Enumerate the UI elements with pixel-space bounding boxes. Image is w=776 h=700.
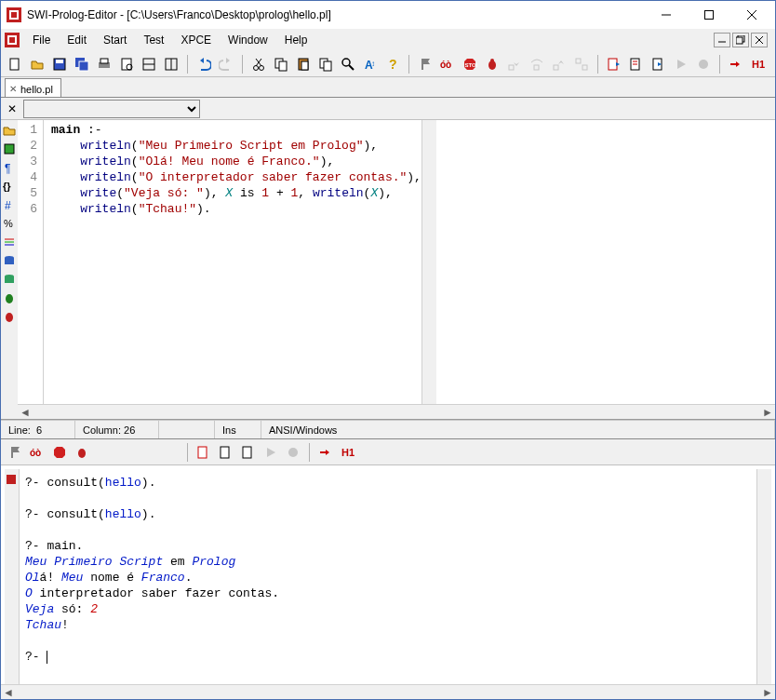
step-out-icon[interactable] [549, 54, 569, 74]
console-horizontal-scrollbar[interactable]: ◄ ► [1, 684, 775, 699]
menu-test[interactable]: Test [136, 31, 171, 49]
tab-hello[interactable]: ✕ hello.pl [5, 78, 61, 97]
h1-icon[interactable]: H1 [338, 442, 358, 463]
scroll-left-icon[interactable]: ◄ [18, 405, 33, 419]
folder-icon[interactable] [3, 124, 16, 137]
step-over-icon[interactable] [527, 54, 547, 74]
save-icon[interactable] [49, 54, 70, 74]
tab-close-icon[interactable]: ✕ [9, 84, 17, 94]
svg-line-39 [349, 65, 354, 70]
braces-icon[interactable]: {} [3, 180, 16, 193]
menu-help[interactable]: Help [277, 31, 315, 49]
minimize-button[interactable] [645, 1, 688, 29]
pilcrow-icon[interactable]: ¶ [3, 161, 16, 174]
svg-text:óò: óò [440, 60, 451, 70]
bug-green-icon[interactable] [3, 291, 16, 304]
help-icon[interactable]: ? [382, 54, 403, 74]
book-icon[interactable] [3, 142, 16, 155]
close-button[interactable] [730, 1, 773, 29]
save-all-icon[interactable] [72, 54, 92, 74]
flag-icon[interactable] [5, 442, 25, 463]
cursor [47, 651, 47, 664]
percent-icon[interactable]: % [3, 217, 16, 230]
to-h-icon[interactable] [315, 442, 336, 463]
find-icon[interactable] [338, 54, 358, 74]
separator-icon [242, 55, 243, 74]
run-to-cursor-icon[interactable] [571, 54, 592, 74]
run-to-cursor-icon[interactable] [161, 442, 181, 463]
menu-start[interactable]: Start [96, 31, 134, 49]
horizontal-scrollbar[interactable]: ◄ ► [18, 404, 775, 419]
svg-point-38 [342, 59, 350, 66]
goto-definition-icon[interactable] [604, 54, 624, 74]
split-horizontal-icon[interactable] [139, 54, 159, 74]
scroll-right-icon[interactable]: ► [760, 685, 775, 699]
svg-rect-17 [56, 60, 63, 63]
step-into-icon[interactable] [504, 54, 525, 74]
mdi-close-button[interactable] [751, 33, 768, 47]
scroll-right-icon[interactable]: ► [760, 405, 775, 419]
menu-edit[interactable]: Edit [60, 31, 94, 49]
trace-icon[interactable]: óò [437, 54, 458, 74]
vertical-scrollbar[interactable] [421, 120, 436, 404]
menu-window[interactable]: Window [221, 31, 275, 49]
menu-xpce[interactable]: XPCE [173, 31, 219, 49]
run-icon[interactable] [261, 442, 281, 463]
code-body[interactable]: 123456 main :- writeln("Meu Primeiro Scr… [18, 120, 775, 404]
code-text[interactable]: main :- writeln("Meu Primeiro Script em … [44, 120, 421, 404]
duplicate-icon[interactable] [315, 54, 336, 74]
svg-rect-37 [324, 61, 331, 71]
new-file-icon[interactable] [5, 54, 25, 74]
to-h-icon[interactable] [726, 54, 746, 74]
bug-icon[interactable] [482, 54, 502, 74]
step-over-icon[interactable] [116, 442, 137, 463]
goto-bookmark-icon[interactable] [649, 54, 669, 74]
goto-definition-icon[interactable] [194, 442, 214, 463]
maximize-button[interactable] [688, 1, 730, 29]
goto-line-icon[interactable] [216, 442, 236, 463]
step-out-icon[interactable] [139, 442, 159, 463]
lines-icon[interactable] [3, 236, 16, 249]
print-icon[interactable] [94, 54, 114, 74]
open-file-icon[interactable] [27, 54, 47, 74]
redo-icon[interactable] [216, 54, 236, 74]
step-into-icon[interactable] [94, 442, 114, 463]
svg-rect-69 [5, 258, 14, 264]
scroll-left-icon[interactable]: ◄ [1, 685, 16, 699]
console-vertical-scrollbar[interactable] [756, 469, 771, 684]
app-icon-small [5, 33, 20, 47]
record-icon[interactable] [693, 54, 714, 74]
flag-icon[interactable] [415, 54, 435, 74]
svg-rect-9 [9, 37, 15, 43]
symbol-dropdown[interactable] [23, 100, 200, 118]
console-text[interactable]: ?- consult(hello). ?- consult(hello). ?-… [20, 469, 756, 684]
hash-icon[interactable]: # [3, 198, 16, 211]
trace-icon[interactable]: óò [27, 442, 47, 463]
stop-icon[interactable] [49, 442, 70, 463]
font-icon[interactable]: A↕ [360, 54, 381, 74]
stop-icon[interactable]: STOP [460, 54, 480, 74]
copy-icon[interactable] [271, 54, 291, 74]
paste-icon[interactable] [293, 54, 314, 74]
console-gutter-icon[interactable] [5, 473, 19, 486]
close-panel-icon[interactable]: ✕ [5, 102, 20, 115]
record-icon[interactable] [283, 442, 303, 463]
svg-point-59 [699, 60, 708, 69]
undo-icon[interactable] [194, 54, 214, 74]
cut-icon[interactable] [248, 54, 269, 74]
db-blue-icon[interactable] [3, 254, 16, 267]
bug-red-icon[interactable] [3, 310, 16, 323]
goto-line-icon[interactable] [626, 54, 647, 74]
mdi-minimize-button[interactable] [714, 33, 730, 47]
goto-bookmark-icon[interactable] [238, 442, 259, 463]
menu-file[interactable]: File [25, 31, 58, 49]
titlebar: SWI-Prolog-Editor - [C:\Users\Franco\Des… [1, 1, 775, 29]
split-vertical-icon[interactable] [161, 54, 181, 74]
bug-icon[interactable] [72, 442, 92, 463]
mdi-restore-button[interactable] [732, 33, 749, 47]
print-preview-icon[interactable] [116, 54, 137, 74]
svg-point-28 [254, 65, 259, 70]
run-icon[interactable] [671, 54, 691, 74]
db-green-icon[interactable] [3, 273, 16, 286]
h1-icon[interactable]: H1 [748, 54, 769, 74]
